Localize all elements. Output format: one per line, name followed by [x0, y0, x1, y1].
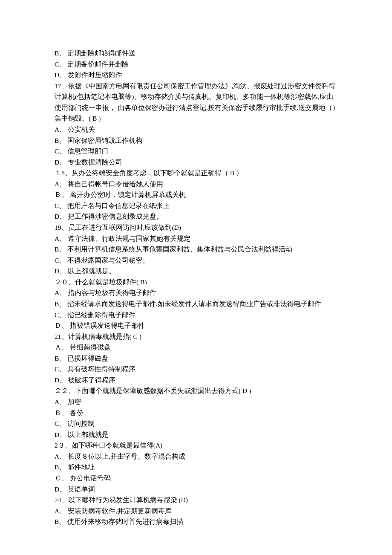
document-line: A、 指内容与垃圾有关得电子邮件 — [55, 287, 340, 298]
document-line: D、 发附件时压缩附件 — [55, 69, 340, 81]
document-line: B、 国家保密局销毁工作机构 — [55, 135, 340, 146]
document-line: D、 专业数据清除公司 — [55, 157, 340, 168]
document-line: Ｂ、 备份 — [55, 408, 340, 419]
document-line: Ｂ、 离开办公室时，锁定计算机屏幕或关机 — [55, 189, 340, 200]
document-line: B、 定期删除邮箱得邮件送 — [55, 48, 340, 59]
document-line: A、 安装防病毒软件,并定期更新病毒库 — [55, 506, 340, 517]
document-line: B、 已损坏得磁盘 — [55, 353, 340, 364]
document-line: D、 被破坏了得程序 — [55, 375, 340, 386]
document-line: A、 遵守法律、行政法规与国家其她有关规定 — [55, 233, 340, 244]
document-line: 19、员工在进行互联网访问时,应该做到(D) — [55, 222, 340, 233]
document-line: 17、依据《中国南方电网有限责任公司保密工作管理办法》,淘汰、报废处理过涉密文件… — [55, 81, 340, 124]
document-line: Ｃ、 办公电话号码 — [55, 473, 340, 484]
document-line: D、 把工作得涉密信息刻录成光盘。 — [55, 211, 340, 222]
document-line: D、 以上都就就是 — [55, 429, 340, 440]
document-line: A、 将自己得帐号口令借给她人使用 — [55, 179, 340, 190]
document-line: C、 把用户名与口令信息记录在纸张上 — [55, 200, 340, 211]
document-line: C、 信息管理部门 — [55, 146, 340, 157]
document-line: C、 具有破坏性得特制程序 — [55, 364, 340, 375]
document-line: C、 访问控制 — [55, 418, 340, 429]
document-line: ２２、下面哪个就就是保障敏感数据不丢失或泄漏出去得方式( D ) — [55, 385, 340, 396]
document-line: Ａ、 带细菌得磁盘 — [55, 342, 340, 353]
document-line: 2３、如下哪种口令就就是最佳得(A) — [55, 440, 340, 451]
document-line: C、 不得泄露国家与公司秘密。 — [55, 255, 340, 266]
document-line: D、 英语单词 — [55, 484, 340, 495]
document-line: B、 指未经请求而发送得电子邮件,如未经发件人请求而发送得商业广告或非法得电子邮… — [55, 298, 340, 309]
document-line: B、 使用外来移动存储时首先进行病毒扫描 — [55, 516, 340, 527]
document-line: １8、从办公终端安全角度考虑，以下哪个就就是正确得（ B ） — [55, 168, 340, 179]
document-line: A、 长度８位以上,并由字母、数字混合构成 — [55, 451, 340, 462]
document-line: B、 不利用计算机信息系统从事危害国家利益、集体利益与公民合法利益得活动 — [55, 244, 340, 255]
document-line: D、 以上都就就是。 — [55, 266, 340, 277]
document-line: C、 定期备份邮件并删除 — [55, 59, 340, 70]
document-line: 21、计算机病毒就就是指( C ) — [55, 331, 340, 342]
document-line: A、 加密 — [55, 396, 340, 408]
document-line: 24、以下哪种行为易发生计算机病毒感染 (D) — [55, 494, 340, 506]
document-line: A、 公安机关 — [55, 124, 340, 135]
document-line: C、 指已经删除得电子邮件 — [55, 309, 340, 321]
document-line: B、 邮件地址 — [55, 462, 340, 473]
document-line: ２０、什么就就是垃圾邮件( B) — [55, 277, 340, 288]
document-line: Ｄ、 指被错误发送得电子邮件 — [55, 320, 340, 331]
